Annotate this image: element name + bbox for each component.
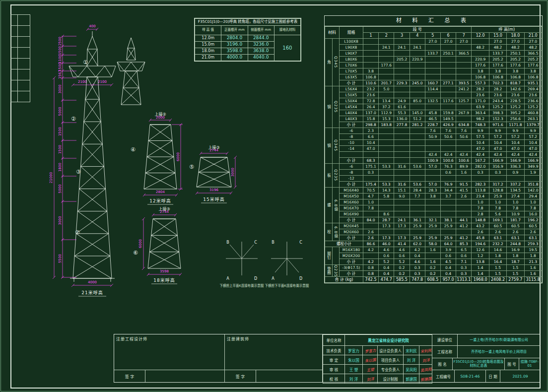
front-root-value: 3598.0 [221, 48, 248, 55]
subtotal-value: 110.6 [363, 80, 378, 86]
registered-engineer-box: 注册工程设计师 签 字 [114, 334, 225, 382]
steel-grade: 6.8级 [332, 223, 340, 241]
k-letter-a: A [226, 276, 229, 281]
subtotal-value: 5.2 [394, 259, 410, 265]
weight-value: 7.6 [425, 128, 440, 134]
subtotal-row: 小 计2.617.317.325.925.925.941.245.863.163… [325, 235, 542, 241]
subtotal-value: 935.1 [524, 80, 542, 86]
subtotal-value: 53.3 [379, 182, 394, 188]
weight-value [394, 39, 410, 45]
weight-value: 23.6 [489, 92, 506, 98]
weight-value: 177.6 [507, 63, 524, 68]
subtotal-value: 31.6 [394, 182, 410, 188]
weight-value: 0.6 [440, 170, 456, 176]
company-label: 单位名称 [323, 335, 345, 346]
project-no-label: 工程编号 [432, 370, 455, 382]
subtotal-value: 818.7 [507, 80, 524, 86]
weight-value: 1.8 [489, 253, 506, 259]
weight-value [472, 176, 489, 182]
subtotal-value: 68.3 [363, 158, 378, 164]
weight-value: 16.0 [524, 211, 542, 217]
subtotal-value: 317.2 [489, 182, 506, 188]
weight-value: 1.6 [425, 247, 440, 253]
weight-value [440, 68, 456, 74]
weight-value: 241.2 [456, 86, 472, 92]
subtotal-value: 169.1 [489, 217, 506, 223]
weight-value: 4.2 [410, 247, 425, 253]
weight-value [440, 229, 456, 235]
k-letter-b: B [226, 240, 229, 245]
weight-value [440, 74, 456, 80]
weight-value [425, 199, 440, 205]
subtotal-value: 5.2 [379, 259, 394, 265]
weight-value: 9.0 [394, 194, 410, 199]
weight-value: 142.0 [524, 188, 542, 194]
weight-value: 57.2 [489, 134, 506, 140]
total-value: 747.8 [410, 277, 425, 283]
weight-value: 117.6 [440, 98, 456, 104]
material-row: L63X5106.8106.8106.8106.8106.8 [325, 74, 542, 80]
weight-value: 57.2 [507, 134, 524, 140]
role-label: 设计制图 [378, 374, 404, 384]
weight-value [410, 229, 425, 235]
weight-value: 34.4 [440, 188, 456, 194]
weight-value [379, 68, 394, 74]
spec-label: M16X180 [340, 247, 363, 253]
weight-value [394, 205, 410, 211]
weight-value [425, 92, 440, 98]
spec-label: M20X60 [340, 229, 363, 235]
weight-value [410, 63, 425, 68]
weight-value: 7.8 [524, 205, 542, 211]
subtotal-value: 166.9 [524, 158, 542, 164]
side-root-value: 3638.0 [248, 48, 274, 55]
subtotal-value: 16.4 [489, 259, 506, 265]
weight-value: 17.3 [379, 223, 394, 229]
subtotal-value: 46.0 [379, 241, 394, 247]
weight-value: 7.8 [363, 205, 378, 211]
weight-value: 3.8 [425, 194, 440, 199]
spec-label: L100X8 [340, 39, 363, 45]
total-value: 585.5 [394, 277, 410, 283]
weight-value [379, 128, 394, 134]
weight-value: 106.8 [472, 74, 489, 80]
subtotal-value: 0.3 [456, 271, 472, 277]
subtotal-value: 38.1 [440, 217, 456, 223]
subtotal-value: 86.6 [363, 241, 378, 247]
weight-value: 0.3 [456, 265, 472, 271]
weight-value [379, 176, 394, 182]
section-marker-5: ⑤ [189, 164, 194, 170]
weight-value: 17.3 [394, 223, 410, 229]
weight-value: 7.8 [507, 205, 524, 211]
subtotal-label: 小 计 [340, 259, 363, 265]
weight-value: 0.3 [410, 265, 425, 271]
weight-value: 7.6 [440, 128, 456, 134]
weight-value: 0.3 [472, 170, 489, 176]
param-header-note: 接地孔材料 [274, 26, 300, 35]
weight-value: 16.9 [507, 247, 524, 253]
subtotal-value: 0.2 [425, 271, 440, 277]
weight-value [456, 104, 472, 110]
weight-value [440, 104, 456, 110]
person-name: 吴凤阳 [404, 365, 419, 374]
person-name: 朱以国 [345, 355, 363, 365]
weight-value [394, 86, 410, 92]
material-table-title: 材 料 汇 总 表 [325, 16, 542, 26]
total-label: 合 计 (kg) [325, 277, 363, 283]
grand-total-row: 合 计 (kg)742.5474.7585.5747.8608.5957.013… [325, 277, 542, 283]
weight-value: 267.9 [456, 110, 472, 116]
subtotal-value: 194.6 [472, 241, 489, 247]
signature: 刘洋 [362, 373, 378, 385]
weight-value [379, 229, 394, 235]
weight-value [440, 176, 456, 182]
weight-value: 9.9 [489, 128, 506, 134]
subtotal-value: 259.3 [524, 241, 542, 247]
weight-value: 205.2 [394, 57, 410, 63]
spec-label: M20X200 [340, 253, 363, 259]
header-material: 材料 [325, 27, 340, 39]
weight-value: 53.6 [410, 164, 425, 170]
weight-value: 42.4 [440, 152, 456, 158]
weight-value [394, 134, 410, 140]
weight-value [410, 92, 425, 98]
weight-value [394, 63, 410, 68]
weight-value [440, 92, 456, 98]
